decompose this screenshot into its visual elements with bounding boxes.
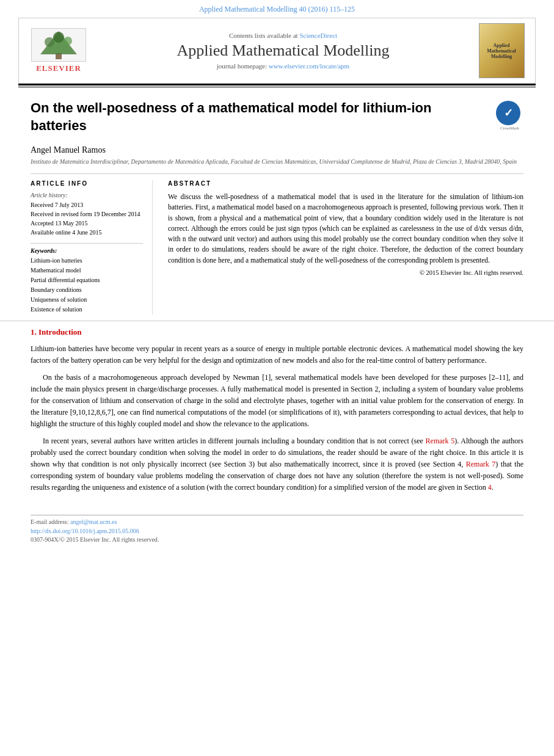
journal-cover-image: AppliedMathematicalModelling	[479, 23, 525, 78]
journal-title: Applied Mathematical Modelling	[92, 42, 474, 60]
homepage-link[interactable]: www.elsevier.com/locate/apm	[269, 62, 349, 70]
keywords-label: Keywords:	[31, 247, 143, 254]
section4-link[interactable]: 4	[488, 483, 492, 492]
remark5-link[interactable]: Remark 5	[426, 437, 455, 445]
info-divider	[31, 243, 143, 244]
footer-copyright: 0307-904X/© 2015 Elsevier Inc. All right…	[31, 536, 523, 543]
elsevier-tree-icon	[31, 28, 86, 62]
svg-point-4	[64, 37, 72, 45]
abstract-copyright: © 2015 Elsevier Inc. All rights reserved…	[168, 269, 523, 276]
abstract-heading: ABSTRACT	[168, 180, 523, 187]
science-direct-link[interactable]: Contents lists available at ScienceDirec…	[92, 32, 474, 39]
svg-point-3	[45, 37, 54, 47]
footer: E-mail address: angel@mat.ucm.es http://…	[31, 515, 523, 543]
doi-link[interactable]: http://dx.doi.org/10.1016/j.apm.2015.05.…	[31, 528, 523, 534]
email-section: E-mail address: angel@mat.ucm.es	[31, 518, 523, 525]
received-date: Received 7 July 2013	[31, 200, 143, 209]
doi-anchor[interactable]: http://dx.doi.org/10.1016/j.apm.2015.05.…	[31, 528, 139, 534]
article-header: On the well-posedness of a mathematical …	[0, 87, 554, 140]
keyword-1: Lithium-ion batteries	[31, 256, 143, 266]
elsevier-name: ELSEVIER	[36, 64, 81, 73]
journal-homepage: journal homepage: www.elsevier.com/locat…	[92, 62, 474, 70]
main-content: 1. Introduction Lithium-ion batteries ha…	[0, 321, 554, 506]
intro-para-1: Lithium-ion batteries have become very p…	[31, 343, 523, 366]
author-affiliation: Instituto de Matemática Interdisciplinar…	[0, 155, 554, 169]
keyword-6: Existence of solution	[31, 305, 143, 314]
email-link[interactable]: angel@mat.ucm.es	[70, 518, 117, 525]
keyword-2: Mathematical model	[31, 266, 143, 275]
intro-title: 1. Introduction	[31, 327, 523, 337]
article-history: Article history: Received 7 July 2013 Re…	[31, 192, 143, 237]
crossmark-icon: ✓	[496, 101, 520, 125]
keyword-4: Boundary conditions	[31, 285, 143, 295]
intro-para-2: On the basis of a macrohomogeneous appro…	[31, 372, 523, 431]
author-name: Angel Manuel Ramos	[0, 145, 554, 155]
revised-date: Received in revised form 19 December 201…	[31, 209, 143, 219]
intro-body: Lithium-ion batteries have become very p…	[31, 343, 523, 493]
journal-reference: Applied Mathematical Modelling 40 (2016)…	[0, 0, 554, 18]
accepted-date: Accepted 13 May 2015	[31, 219, 143, 228]
crossmark-badge[interactable]: ✓ CrossMark	[496, 101, 523, 128]
history-label: Article history:	[31, 192, 143, 198]
abstract-section: ABSTRACT We discuss the well-posedness o…	[165, 180, 523, 314]
article-info-section: ARTICLE INFO Article history: Received 7…	[31, 180, 153, 314]
online-date: Available online 4 June 2015	[31, 228, 143, 237]
article-info-heading: ARTICLE INFO	[31, 180, 143, 187]
elsevier-logo: ELSEVIER	[31, 28, 86, 73]
elsevier-logo-area: ELSEVIER	[25, 28, 92, 73]
journal-header: ELSEVIER Contents lists available at Sci…	[18, 18, 536, 84]
keyword-3: Partial differential equations	[31, 275, 143, 285]
charge-word: charge	[184, 396, 203, 405]
email-label: E-mail address:	[31, 518, 68, 525]
svg-point-5	[53, 32, 64, 43]
article-title: On the well-posedness of a mathematical …	[31, 100, 523, 134]
keyword-5: Uniqueness of solution	[31, 295, 143, 305]
abstract-text: We discuss the well-posedness of a mathe…	[168, 192, 523, 266]
journal-thumbnail: AppliedMathematicalModelling	[474, 23, 529, 78]
journal-title-area: Contents lists available at ScienceDirec…	[92, 32, 474, 70]
keywords-section: Keywords: Lithium-ion batteries Mathemat…	[31, 247, 143, 314]
abstract-paragraph: We discuss the well-posedness of a mathe…	[168, 192, 523, 266]
intro-para-3: In recent years, several authors have wr…	[31, 435, 523, 494]
science-direct-anchor[interactable]: ScienceDirect	[299, 32, 337, 39]
remark7-link[interactable]: Remark 7	[466, 460, 496, 468]
